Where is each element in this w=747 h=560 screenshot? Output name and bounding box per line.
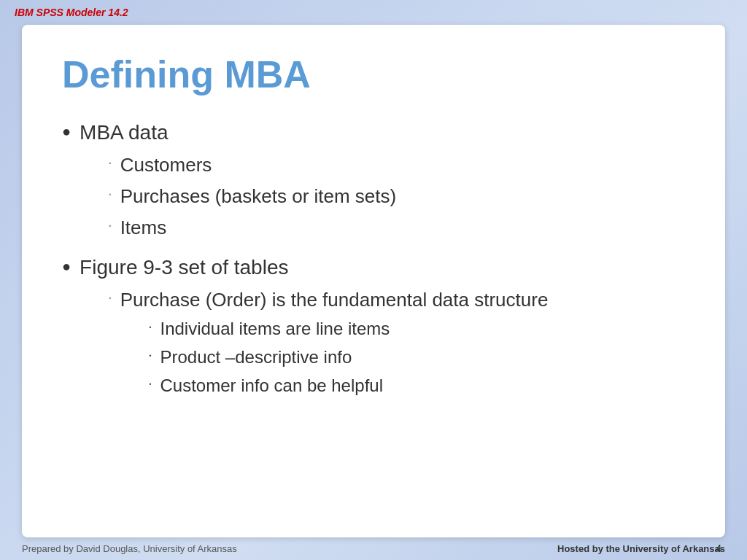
bullet-product: ▪ Product –descriptive info bbox=[150, 344, 549, 370]
sub-list-figure: ◦ Purchase (Order) is the fundamental da… bbox=[109, 286, 548, 402]
bullet-text-customers: Customers bbox=[120, 151, 212, 179]
bullet-marker-customer: ▪ bbox=[150, 380, 152, 389]
bullet-text-purchase: Purchase (Order) is the fundamental data… bbox=[120, 289, 549, 311]
footer-left: Prepared by David Douglas, University of… bbox=[22, 543, 237, 554]
bullet-purchases: ◦ Purchases (baskets or item sets) bbox=[109, 182, 396, 211]
content-area: ● MBA data ◦ Customers ◦ Purchases (bask… bbox=[62, 117, 685, 508]
top-bar: IBM SPSS Modeler 14.2 bbox=[0, 0, 747, 25]
bullet-text-product: Product –descriptive info bbox=[160, 344, 352, 370]
bullet-marker-product: ▪ bbox=[150, 351, 152, 360]
sub-sub-list: ▪ Individual items are line items ▪ Prod… bbox=[150, 316, 549, 399]
bullet-mba-data: ● MBA data ◦ Customers ◦ Purchases (bask… bbox=[62, 117, 685, 246]
bullet-purchase-order: ◦ Purchase (Order) is the fundamental da… bbox=[109, 286, 548, 402]
bullet-text-figure: Figure 9-3 set of tables bbox=[80, 256, 288, 279]
bullet-customer-info: ▪ Customer info can be helpful bbox=[150, 373, 549, 399]
bullet-text-line-items: Individual items are line items bbox=[160, 316, 390, 342]
sub-list-mba-data: ◦ Customers ◦ Purchases (baskets or item… bbox=[109, 151, 396, 242]
bullet-marker-purchases: ◦ bbox=[109, 189, 112, 200]
bullet-text-purchases: Purchases (baskets or item sets) bbox=[120, 182, 397, 211]
bullet-figure: ● Figure 9-3 set of tables ◦ Purchase (O… bbox=[62, 252, 685, 406]
bullet-text-items: Items bbox=[120, 214, 167, 242]
bullet-marker-purchase: ◦ bbox=[109, 292, 112, 303]
bullet-text-mba-data: MBA data bbox=[80, 121, 168, 144]
slide-title: Defining MBA bbox=[62, 54, 685, 96]
bullet-customers: ◦ Customers bbox=[109, 151, 396, 179]
bullet-marker-1: ● bbox=[62, 120, 71, 142]
bullet-marker-customers: ◦ bbox=[109, 158, 112, 168]
footer-right: Hosted by the University of Arkansas bbox=[557, 543, 725, 554]
bullet-marker-line: ▪ bbox=[150, 323, 152, 332]
bottom-bar: Prepared by David Douglas, University of… bbox=[0, 537, 747, 560]
bullet-items: ◦ Items bbox=[109, 214, 396, 242]
bullet-marker-2: ● bbox=[62, 255, 71, 277]
bullet-line-items: ▪ Individual items are line items bbox=[150, 316, 549, 342]
bullet-marker-items: ◦ bbox=[109, 220, 112, 231]
bullet-text-customer-info: Customer info can be helpful bbox=[160, 373, 383, 399]
page-number: 4 bbox=[716, 542, 721, 554]
slide-container: Defining MBA ● MBA data ◦ Customers ◦ Pu… bbox=[22, 25, 725, 537]
app-title: IBM SPSS Modeler 14.2 bbox=[15, 7, 128, 18]
